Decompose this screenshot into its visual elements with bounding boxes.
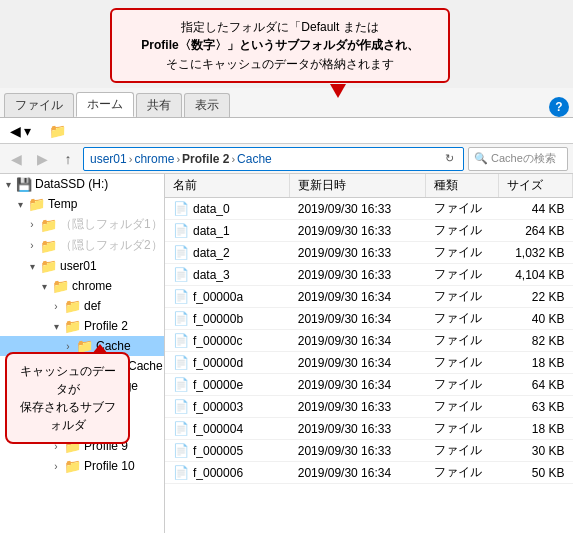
table-row[interactable]: 📄f_00000c 2019/09/30 16:34 ファイル 82 KB bbox=[165, 330, 573, 352]
file-type: ファイル bbox=[426, 462, 499, 484]
tree-item-label: （隠しフォルダ2） bbox=[60, 237, 163, 254]
file-size: 30 KB bbox=[498, 440, 572, 462]
tree-item[interactable]: ›📁（隠しフォルダ2） bbox=[0, 235, 164, 256]
annotation-text3: そこにキャッシュのデータが格納されます bbox=[166, 57, 394, 71]
crumb-profile2[interactable]: Profile 2 bbox=[182, 152, 229, 166]
ribbon: ファイル ホーム 共有 表示 ? ◀ ▾ 📁 bbox=[0, 88, 573, 144]
cache-bubble: キャッシュのデータが 保存されるサブフォルダ bbox=[5, 352, 130, 444]
file-size: 64 KB bbox=[498, 374, 572, 396]
tree-item[interactable]: ▾📁chrome bbox=[0, 276, 164, 296]
file-type: ファイル bbox=[426, 308, 499, 330]
expand-icon[interactable]: › bbox=[24, 238, 40, 254]
table-row[interactable]: 📄f_000003 2019/09/30 16:33 ファイル 63 KB bbox=[165, 396, 573, 418]
file-size: 4,104 KB bbox=[498, 264, 572, 286]
search-placeholder: Cacheの検索 bbox=[491, 151, 556, 166]
search-box[interactable]: 🔍 Cacheの検索 bbox=[468, 147, 568, 171]
table-row[interactable]: 📄data_0 2019/09/30 16:33 ファイル 44 KB bbox=[165, 198, 573, 220]
table-row[interactable]: 📄f_00000e 2019/09/30 16:34 ファイル 64 KB bbox=[165, 374, 573, 396]
col-date[interactable]: 更新日時 bbox=[290, 174, 426, 198]
folder-icon: 📁 bbox=[64, 458, 81, 474]
file-name: 📄f_00000d bbox=[165, 352, 290, 374]
tab-share[interactable]: 共有 bbox=[136, 93, 182, 117]
col-name[interactable]: 名前 bbox=[165, 174, 290, 198]
tree-item[interactable]: ›📁Profile 10 bbox=[0, 456, 164, 476]
table-row[interactable]: 📄f_00000a 2019/09/30 16:34 ファイル 22 KB bbox=[165, 286, 573, 308]
collapse-icon[interactable]: ▾ bbox=[24, 258, 40, 274]
collapse-icon[interactable]: ▾ bbox=[48, 318, 64, 334]
file-icon: 📄 bbox=[173, 443, 189, 458]
annotation-text1: 指定したフォルダに「Default または bbox=[181, 20, 378, 34]
file-icon: 📄 bbox=[173, 267, 189, 282]
refresh-button[interactable]: ↻ bbox=[441, 151, 457, 167]
tree-item[interactable]: ▾📁user01 bbox=[0, 256, 164, 276]
table-row[interactable]: 📄data_1 2019/09/30 16:33 ファイル 264 KB bbox=[165, 220, 573, 242]
expand-icon[interactable]: › bbox=[24, 217, 40, 233]
file-icon: 📄 bbox=[173, 333, 189, 348]
collapse-icon[interactable]: ▾ bbox=[12, 196, 28, 212]
file-type: ファイル bbox=[426, 264, 499, 286]
back-button[interactable]: ◀ bbox=[5, 148, 27, 170]
tree-item-label: Temp bbox=[48, 197, 77, 211]
table-row[interactable]: 📄f_000005 2019/09/30 16:33 ファイル 30 KB bbox=[165, 440, 573, 462]
table-row[interactable]: 📄data_3 2019/09/30 16:33 ファイル 4,104 KB bbox=[165, 264, 573, 286]
main-content: ▾💾DataSSD (H:)▾📁Temp›📁（隠しフォルダ1）›📁（隠しフォルダ… bbox=[0, 174, 573, 533]
tab-view[interactable]: 表示 bbox=[184, 93, 230, 117]
file-date: 2019/09/30 16:34 bbox=[290, 330, 426, 352]
file-size: 44 KB bbox=[498, 198, 572, 220]
cache-bubble-text2: 保存されるサブフォルダ bbox=[20, 400, 116, 432]
file-size: 264 KB bbox=[498, 220, 572, 242]
help-button[interactable]: ? bbox=[549, 97, 569, 117]
tree-item[interactable]: ▾📁Profile 2 bbox=[0, 316, 164, 336]
file-name: 📄f_00000c bbox=[165, 330, 290, 352]
address-field[interactable]: user01 › chrome › Profile 2 › Cache ↻ bbox=[83, 147, 464, 171]
annotation-arrow bbox=[330, 84, 346, 98]
table-row[interactable]: 📄f_000004 2019/09/30 16:33 ファイル 18 KB bbox=[165, 418, 573, 440]
expand-icon[interactable]: › bbox=[48, 458, 64, 474]
file-type: ファイル bbox=[426, 242, 499, 264]
tree-item[interactable]: ›📁def bbox=[0, 296, 164, 316]
back-arrow-icon: ◀ bbox=[10, 123, 21, 139]
file-type: ファイル bbox=[426, 220, 499, 242]
back-history-button[interactable]: ◀ ▾ bbox=[4, 121, 37, 141]
file-icon: 📄 bbox=[173, 377, 189, 392]
file-type: ファイル bbox=[426, 396, 499, 418]
forward-button[interactable]: ▶ bbox=[31, 148, 53, 170]
collapse-icon[interactable]: ▾ bbox=[36, 278, 52, 294]
crumb-cache[interactable]: Cache bbox=[237, 152, 272, 166]
tree-item[interactable]: ▾📁Temp bbox=[0, 194, 164, 214]
collapse-icon[interactable]: ▾ bbox=[0, 176, 16, 192]
file-size: 82 KB bbox=[498, 330, 572, 352]
file-name: 📄data_1 bbox=[165, 220, 290, 242]
table-row[interactable]: 📄f_00000b 2019/09/30 16:34 ファイル 40 KB bbox=[165, 308, 573, 330]
file-icon: 📄 bbox=[173, 465, 189, 480]
file-date: 2019/09/30 16:34 bbox=[290, 308, 426, 330]
folder-icon: 📁 bbox=[64, 298, 81, 314]
file-date: 2019/09/30 16:33 bbox=[290, 220, 426, 242]
file-date: 2019/09/30 16:34 bbox=[290, 286, 426, 308]
up-button[interactable]: ↑ bbox=[57, 148, 79, 170]
tree-item[interactable]: ›📁（隠しフォルダ1） bbox=[0, 214, 164, 235]
expand-icon[interactable]: › bbox=[48, 298, 64, 314]
file-date: 2019/09/30 16:33 bbox=[290, 418, 426, 440]
col-size[interactable]: サイズ bbox=[498, 174, 572, 198]
crumb-chrome[interactable]: chrome bbox=[134, 152, 174, 166]
tab-file[interactable]: ファイル bbox=[4, 93, 74, 117]
dropdown-icon: ▾ bbox=[24, 123, 31, 139]
file-name: 📄f_00000b bbox=[165, 308, 290, 330]
move-to-button[interactable]: 📁 bbox=[43, 121, 75, 141]
bubble-arrow-icon bbox=[92, 344, 108, 354]
file-type: ファイル bbox=[426, 440, 499, 462]
file-type: ファイル bbox=[426, 352, 499, 374]
tree-item-label: DataSSD (H:) bbox=[35, 177, 108, 191]
file-name: 📄data_0 bbox=[165, 198, 290, 220]
table-row[interactable]: 📄f_000006 2019/09/30 16:34 ファイル 50 KB bbox=[165, 462, 573, 484]
col-type[interactable]: 種類 bbox=[426, 174, 499, 198]
folder-icon: 📁 bbox=[40, 238, 57, 254]
table-row[interactable]: 📄data_2 2019/09/30 16:33 ファイル 1,032 KB bbox=[165, 242, 573, 264]
folder-icon: 📁 bbox=[40, 258, 57, 274]
tree-item[interactable]: ▾💾DataSSD (H:) bbox=[0, 174, 164, 194]
file-icon: 📄 bbox=[173, 311, 189, 326]
tab-home[interactable]: ホーム bbox=[76, 92, 134, 117]
table-row[interactable]: 📄f_00000d 2019/09/30 16:34 ファイル 18 KB bbox=[165, 352, 573, 374]
crumb-user01[interactable]: user01 bbox=[90, 152, 127, 166]
